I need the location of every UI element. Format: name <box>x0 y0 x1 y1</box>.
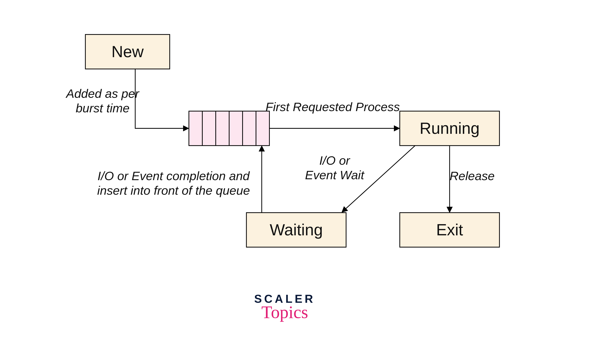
arrow-icon <box>135 69 188 129</box>
brand-logo: SCALER Topics <box>254 292 315 322</box>
state-waiting-label: Waiting <box>270 221 323 239</box>
state-exit-label: Exit <box>436 221 463 239</box>
state-running-label: Running <box>420 119 480 137</box>
edge-queue-to-running-label: First Requested Process <box>265 100 400 114</box>
edge-waiting-to-queue-label-2: insert into front of the queue <box>97 183 250 197</box>
edge-running-to-exit: Release <box>450 146 495 212</box>
edge-queue-to-running: First Requested Process <box>265 100 400 128</box>
edge-new-to-queue: Added as per burst time <box>65 69 188 129</box>
ready-queue <box>189 111 269 146</box>
state-running: Running <box>400 111 499 146</box>
state-exit: Exit <box>400 213 499 247</box>
state-new: New <box>85 35 170 69</box>
edge-new-to-queue-label-1: Added as per <box>65 87 139 100</box>
edge-new-to-queue-label-2: burst time <box>76 101 129 115</box>
brand-logo-line2: Topics <box>261 303 308 322</box>
state-new-label: New <box>111 43 144 61</box>
state-waiting: Waiting <box>246 213 346 247</box>
edge-running-to-waiting-label-2: Event Wait <box>305 168 365 182</box>
edge-running-to-waiting-label-1: I/O or <box>319 154 351 167</box>
edge-running-to-waiting: I/O or Event Wait <box>305 146 415 212</box>
edge-running-to-exit-label: Release <box>450 169 495 183</box>
edge-waiting-to-queue-label-1: I/O or Event completion and <box>98 169 250 183</box>
edge-waiting-to-queue: I/O or Event completion and insert into … <box>97 146 262 213</box>
process-state-diagram: New Running Waiting Exit Added as per bu… <box>0 0 604 364</box>
